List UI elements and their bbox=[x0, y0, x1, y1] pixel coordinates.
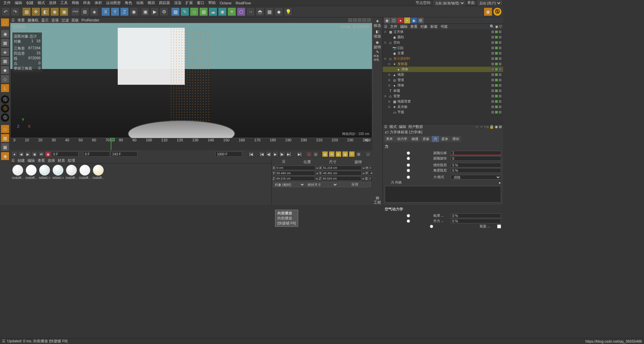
vp-filter[interactable]: 过滤 bbox=[61, 18, 69, 23]
nodespace-select[interactable]: 当前 (标准/物理) bbox=[433, 1, 465, 5]
rp-env[interactable]: ◉ bbox=[411, 17, 417, 23]
am-menu-icon[interactable]: ☰ bbox=[384, 125, 387, 129]
object-tag[interactable] bbox=[498, 89, 502, 92]
tab-mass[interactable]: 质量 bbox=[421, 136, 431, 142]
om-eye-icon[interactable]: ◉ bbox=[495, 24, 498, 29]
add-mograph[interactable]: ⬡ bbox=[237, 7, 246, 16]
next-key[interactable]: ▶| bbox=[286, 151, 292, 157]
object-tag[interactable] bbox=[498, 68, 502, 71]
menu-octane[interactable]: Octane bbox=[218, 1, 233, 5]
vp-panel[interactable]: 面板 bbox=[71, 18, 79, 23]
mat-edit[interactable]: 编辑 bbox=[28, 158, 35, 163]
edges-mode[interactable]: ◇ bbox=[1, 75, 9, 83]
object-row[interactable]: 📷C01 bbox=[383, 45, 503, 51]
render-view[interactable]: ▣ bbox=[141, 7, 150, 16]
force-list[interactable] bbox=[385, 186, 501, 203]
model-mode[interactable]: ⬚ bbox=[1, 18, 9, 27]
om-tags[interactable]: 标签 bbox=[430, 24, 438, 29]
menu-mode[interactable]: 模式 bbox=[36, 0, 47, 5]
key-rec[interactable]: ⇄ bbox=[38, 151, 44, 157]
object-tag[interactable] bbox=[498, 41, 502, 44]
menu-extensions[interactable]: 扩展 bbox=[183, 0, 195, 5]
vis-editor-tag[interactable] bbox=[491, 89, 494, 92]
object-row[interactable]: T标题 bbox=[383, 88, 503, 93]
frame-field-1[interactable] bbox=[52, 151, 78, 157]
prev-frame[interactable]: ◀| bbox=[266, 151, 272, 157]
object-row[interactable]: ▭平面 bbox=[383, 110, 503, 115]
vis-editor-tag[interactable] bbox=[491, 73, 494, 76]
menu-edit[interactable]: 编辑 bbox=[13, 0, 24, 5]
render-settings[interactable]: ⚙ bbox=[160, 7, 168, 16]
vis-render-tag[interactable] bbox=[495, 73, 498, 76]
object-row[interactable]: ⊟◇背景 bbox=[383, 93, 503, 99]
expand-toggle[interactable]: ⊞ bbox=[388, 100, 391, 103]
object-tag[interactable] bbox=[498, 73, 502, 76]
add-cube[interactable]: ▦ bbox=[171, 7, 180, 16]
tab-dynamics[interactable]: 动力学 bbox=[395, 136, 409, 142]
menu-help[interactable]: 帮助 bbox=[206, 0, 218, 5]
vp-camera[interactable]: 摄像机 bbox=[28, 18, 39, 23]
om-search-icon[interactable]: 🔍 bbox=[490, 24, 494, 29]
rp-light[interactable]: ☀ bbox=[404, 17, 410, 23]
ang-damp-anim[interactable] bbox=[385, 169, 432, 172]
lock-psr[interactable]: PSR bbox=[71, 7, 80, 16]
lin-damp-input[interactable] bbox=[451, 163, 501, 167]
coord-size-select[interactable]: 绝对尺寸 bbox=[306, 182, 338, 187]
add-field[interactable]: → bbox=[246, 7, 255, 16]
vp-view[interactable]: 查看 bbox=[17, 18, 25, 23]
tab-force[interactable]: 力 bbox=[432, 136, 439, 142]
vis-render-tag[interactable] bbox=[495, 62, 498, 66]
menu-tracker[interactable]: 跟踪器 bbox=[157, 0, 172, 5]
vp-nav-4[interactable] bbox=[362, 18, 366, 22]
mat-menu-icon[interactable]: ☰ bbox=[11, 158, 15, 163]
light-icon[interactable]: 💡 bbox=[284, 7, 292, 16]
expand-toggle[interactable]: ⊞ bbox=[388, 106, 391, 109]
workplane-toggle[interactable]: ▦ bbox=[1, 134, 9, 142]
layout-select[interactable]: 启动 (用户) bbox=[478, 1, 502, 5]
viewport-3d[interactable]: 透视视图 视对象: 展示源材料 选取对象 总计 对象1 18 三角形877284… bbox=[10, 23, 372, 138]
object-tag[interactable] bbox=[498, 100, 502, 103]
axis-world[interactable]: ◉ bbox=[129, 7, 138, 16]
rt-rotate[interactable]: ◉旋转 bbox=[374, 40, 381, 50]
am-nav-home[interactable]: ⌂ bbox=[486, 125, 489, 129]
vis-editor-tag[interactable] bbox=[491, 41, 494, 44]
object-row[interactable]: ⊞●球体 bbox=[383, 83, 503, 88]
vis-editor-tag[interactable] bbox=[491, 57, 494, 60]
vis-editor-tag[interactable] bbox=[491, 84, 494, 87]
play-button[interactable]: ▶ bbox=[272, 151, 278, 157]
key-sel-3[interactable]: ◧ bbox=[335, 151, 341, 157]
lift-input[interactable] bbox=[451, 219, 501, 223]
menu-realflow[interactable]: RealFlow bbox=[233, 1, 253, 5]
object-tag[interactable] bbox=[498, 84, 502, 87]
object-row[interactable]: ⊟◇展示源材料 bbox=[383, 56, 503, 61]
om-filter-icon[interactable]: ▽ bbox=[499, 24, 502, 29]
am-mode[interactable]: 模式 bbox=[389, 124, 397, 129]
vis-render-tag[interactable] bbox=[495, 78, 498, 82]
add-generator[interactable]: ◇ bbox=[190, 7, 199, 16]
vis-editor-tag[interactable] bbox=[491, 36, 494, 39]
material-item[interactable]: OctDiff... bbox=[11, 165, 24, 204]
autokey-button[interactable]: ◎ bbox=[313, 151, 319, 157]
menu-icon[interactable]: ☰ bbox=[11, 18, 15, 22]
vis-editor-tag[interactable] bbox=[491, 46, 494, 50]
expand-toggle[interactable]: ⊞ bbox=[388, 73, 391, 76]
lin-damp-anim[interactable] bbox=[385, 163, 432, 167]
am-nav-up[interactable]: ↑ bbox=[484, 125, 486, 129]
expand-toggle[interactable]: ⊟ bbox=[388, 63, 391, 66]
am-nav-lock[interactable]: 🔒 bbox=[489, 125, 494, 129]
object-row[interactable]: ⊞▦地面背景 bbox=[383, 99, 503, 104]
material-item[interactable]: OctDiff... bbox=[25, 165, 38, 204]
tab-cache[interactable]: 缓存 bbox=[450, 136, 461, 142]
rt-move[interactable]: ◈移选 bbox=[374, 19, 381, 28]
snap-1[interactable]: Ⓢ bbox=[1, 95, 9, 104]
om-menu-icon[interactable]: ☰ bbox=[384, 24, 387, 29]
key-auto[interactable]: ◉ bbox=[32, 151, 38, 157]
material-item[interactable]: OctDiff... bbox=[78, 165, 91, 204]
coord-size-input[interactable] bbox=[322, 171, 362, 176]
key-sel-2[interactable]: ✥ bbox=[329, 151, 335, 157]
object-row[interactable]: ⊞▲地形 bbox=[383, 72, 503, 77]
object-tag[interactable] bbox=[498, 105, 502, 109]
key-sel-1[interactable]: ◉ bbox=[322, 151, 328, 157]
om-file[interactable]: 文件 bbox=[390, 24, 397, 29]
points-mode[interactable]: ◆ bbox=[1, 66, 9, 74]
